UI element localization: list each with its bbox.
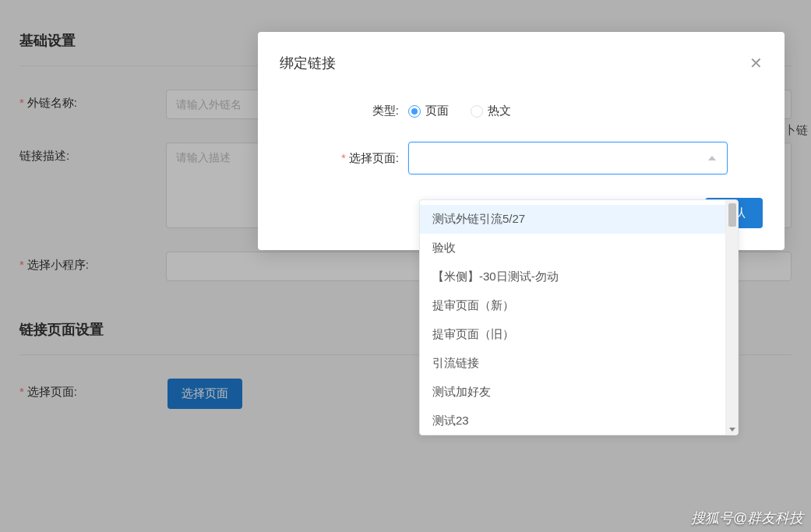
bg-fragment: 卜链	[785, 123, 808, 138]
dropdown-panel: 测试外链引流5/27验收【米侧】-30日测试-勿动提审页面（新）提审页面（旧）引…	[419, 199, 739, 435]
modal-label-select-page: *选择页面:	[280, 151, 408, 166]
dropdown-list[interactable]: 测试外链引流5/27验收【米侧】-30日测试-勿动提审页面（新）提审页面（旧）引…	[420, 200, 725, 435]
radio-label-page: 页面	[425, 104, 449, 118]
chevron-up-icon	[708, 156, 716, 160]
radio-icon	[471, 105, 483, 118]
dropdown-item[interactable]: 提审页面（新）	[420, 291, 725, 320]
dropdown-item[interactable]: 【米侧】-30日测试-勿动	[420, 262, 725, 291]
modal-body: 类型: 页面 热文 *选择页面:	[258, 80, 785, 198]
radio-label-hot: 热文	[488, 104, 511, 118]
radio-hot[interactable]: 热文	[471, 104, 511, 118]
modal-label-type: 类型:	[280, 104, 408, 118]
modal-header: 绑定链接 ✕	[258, 32, 785, 80]
dropdown-item[interactable]: 提审页面（旧）	[420, 320, 725, 349]
watermark: 搜狐号@群友科技	[691, 509, 803, 527]
scrollbar[interactable]	[725, 200, 738, 435]
modal-row-type: 类型: 页面 热文	[280, 104, 763, 118]
dropdown-item[interactable]: 测试加好友	[420, 378, 725, 407]
dropdown-item[interactable]: 测试外链引流5/27	[420, 205, 725, 234]
radio-icon	[408, 105, 421, 118]
radio-group-type: 页面 热文	[408, 104, 511, 118]
modal-select-page[interactable]	[408, 142, 728, 174]
radio-page[interactable]: 页面	[408, 104, 449, 118]
chevron-down-icon	[729, 428, 735, 432]
scroll-thumb[interactable]	[728, 203, 736, 227]
modal-title: 绑定链接	[280, 54, 336, 72]
dropdown-item[interactable]: 引流链接	[420, 349, 725, 378]
close-icon[interactable]: ✕	[749, 55, 763, 71]
dropdown-item[interactable]: 测试23	[420, 407, 725, 435]
dropdown-item[interactable]: 验收	[420, 234, 725, 262]
modal-row-select-page: *选择页面:	[280, 142, 763, 174]
